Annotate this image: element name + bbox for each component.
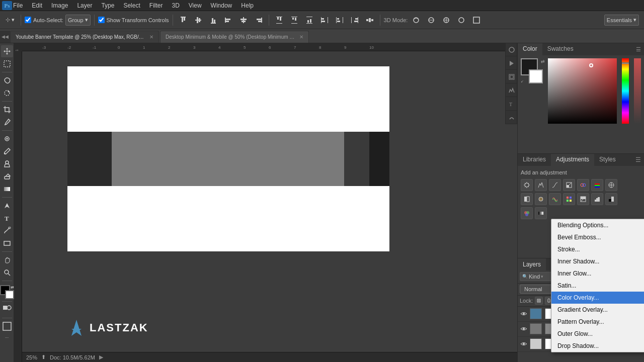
menu-window[interactable]: Window [207, 1, 236, 10]
crop-tool[interactable] [1, 104, 13, 116]
layer-visibility-3[interactable] [520, 340, 528, 348]
threed-pan-button[interactable] [440, 15, 453, 26]
auto-select-checkbox[interactable] [25, 17, 31, 23]
fg-bg-color-swatch[interactable]: ⇄ [0, 285, 14, 299]
status-bar-expand[interactable]: ▶ [99, 354, 103, 360]
adj-hsl-icon[interactable] [591, 179, 603, 191]
path-select-tool[interactable] [1, 200, 13, 212]
hue-slider[interactable] [622, 58, 629, 124]
threed-roll-button[interactable] [425, 15, 438, 26]
align-left-button[interactable] [222, 15, 235, 26]
adj-levels-icon[interactable] [535, 179, 547, 191]
dist-left-button[interactable] [318, 15, 331, 26]
dist-center-v-button[interactable] [288, 15, 301, 26]
color-panel-menu[interactable]: ☰ [633, 46, 644, 53]
align-center-h-button[interactable] [237, 15, 250, 26]
side-icon-3[interactable] [506, 70, 518, 83]
ctx-drop-shadow[interactable]: Drop Shadow... [551, 340, 644, 352]
alpha-slider[interactable] [634, 58, 641, 124]
ctx-gradient-overlay[interactable]: Gradient Overlay... [551, 304, 644, 316]
eyedropper-tool[interactable] [1, 116, 13, 128]
layer-visibility-2[interactable] [520, 325, 528, 333]
pen-tool[interactable] [1, 225, 13, 237]
adj-panel-menu[interactable]: ☰ [632, 156, 644, 163]
screen-mode-btn[interactable] [1, 320, 13, 332]
marquee-tool[interactable] [1, 58, 13, 70]
ctx-color-overlay[interactable]: Color Overlay... [551, 292, 644, 304]
menu-3d[interactable]: 3D [168, 1, 183, 10]
threed-rotate-button[interactable] [410, 15, 423, 26]
lock-pixels-btn[interactable] [535, 297, 543, 305]
adj-vibrance-icon[interactable] [577, 179, 589, 191]
side-icon-2[interactable] [506, 57, 518, 70]
quick-select-tool[interactable] [1, 87, 13, 99]
zoom-tool[interactable] [1, 266, 13, 279]
quick-mask-btn[interactable] [1, 304, 13, 316]
move-tool[interactable] [1, 45, 13, 57]
ctx-blending-options[interactable]: Blending Options... [551, 219, 644, 231]
adj-posterize-icon[interactable] [591, 193, 603, 205]
adj-colorbalance-icon[interactable] [605, 179, 617, 191]
swatches-tab[interactable]: Swatches [542, 43, 579, 55]
adj-colorlookup-icon[interactable] [563, 193, 575, 205]
ctx-satin[interactable]: Satin... [551, 280, 644, 292]
adj-photofilter-icon[interactable] [535, 193, 547, 205]
libraries-tab[interactable]: Libraries [518, 154, 551, 166]
ctx-inner-shadow[interactable]: Inner Shadow... [551, 255, 644, 267]
reset-colors-icon[interactable]: ↙ [521, 79, 524, 83]
side-icon-5[interactable]: T [506, 98, 518, 111]
layer-visibility-1[interactable] [520, 310, 528, 318]
ctx-pattern-overlay[interactable]: Pattern Overlay... [551, 316, 644, 328]
dist-right-button[interactable] [348, 15, 361, 26]
hand-tool[interactable] [1, 254, 13, 266]
menu-layer[interactable]: Layer [73, 1, 96, 10]
align-bottom-button[interactable] [207, 15, 220, 26]
color-tab[interactable]: Color [518, 43, 542, 55]
lasso-tool[interactable] [1, 74, 13, 86]
adj-threshold-icon[interactable] [605, 193, 617, 205]
threed-slide-button[interactable] [455, 15, 468, 26]
menu-select[interactable]: Select [119, 1, 144, 10]
align-center-v-button[interactable] [192, 15, 205, 26]
background-color[interactable] [5, 290, 14, 299]
side-icon-1[interactable] [506, 43, 518, 56]
spot-heal-tool[interactable] [1, 133, 13, 145]
show-transform-checkbox[interactable] [98, 17, 105, 23]
brush-tool[interactable] [1, 145, 13, 157]
adj-curves-icon[interactable] [549, 179, 561, 191]
side-icon-6[interactable] [506, 111, 518, 124]
adj-channelmixer-icon[interactable] [549, 193, 561, 205]
color-saturation-area[interactable] [548, 58, 617, 124]
styles-tab[interactable]: Styles [594, 154, 621, 166]
stamp-tool[interactable] [1, 158, 13, 170]
align-right-button[interactable] [252, 15, 265, 26]
background-color-swatch[interactable] [529, 69, 543, 83]
adj-brightness-icon[interactable] [521, 179, 533, 191]
menu-image[interactable]: Image [47, 1, 72, 10]
ctx-bevel-emboss[interactable]: Bevel Emboss... [551, 231, 644, 243]
type-tool[interactable]: T [1, 212, 13, 224]
dist-center-h-button[interactable] [333, 15, 346, 26]
dist-top-button[interactable] [273, 15, 286, 26]
adj-invert-icon[interactable] [577, 193, 589, 205]
tab-2[interactable]: Desktop Minimum & Mobile @ 50% (Desktop … [160, 31, 309, 43]
adjustments-tab[interactable]: Adjustments [551, 154, 594, 166]
color-picker-gradient[interactable] [548, 58, 617, 124]
menu-edit[interactable]: Edit [28, 1, 46, 10]
threed-scale-button[interactable] [470, 15, 483, 26]
move-tool-button[interactable]: ⊹ ▾ [3, 15, 17, 25]
ctx-outer-glow[interactable]: Outer Glow... [551, 328, 644, 340]
adj-exposure-icon[interactable] [563, 179, 575, 191]
adj-selectivecolor-icon[interactable] [521, 207, 533, 219]
swap-fg-bg-icon[interactable]: ⇄ [541, 59, 545, 64]
tab-1-close[interactable]: ✕ [149, 34, 153, 40]
shape-tool[interactable] [1, 237, 13, 249]
more-tools-btn[interactable]: ··· [4, 333, 10, 342]
menu-view[interactable]: View [185, 1, 206, 10]
layers-tab[interactable]: Layers [518, 258, 546, 270]
move-dropdown-arrow[interactable]: ▾ [12, 17, 15, 23]
menu-help[interactable]: Help [237, 1, 258, 10]
menu-type[interactable]: Type [97, 1, 118, 10]
eraser-tool[interactable] [1, 170, 13, 183]
essentials-dropdown[interactable]: Essentials ▾ [604, 15, 639, 26]
